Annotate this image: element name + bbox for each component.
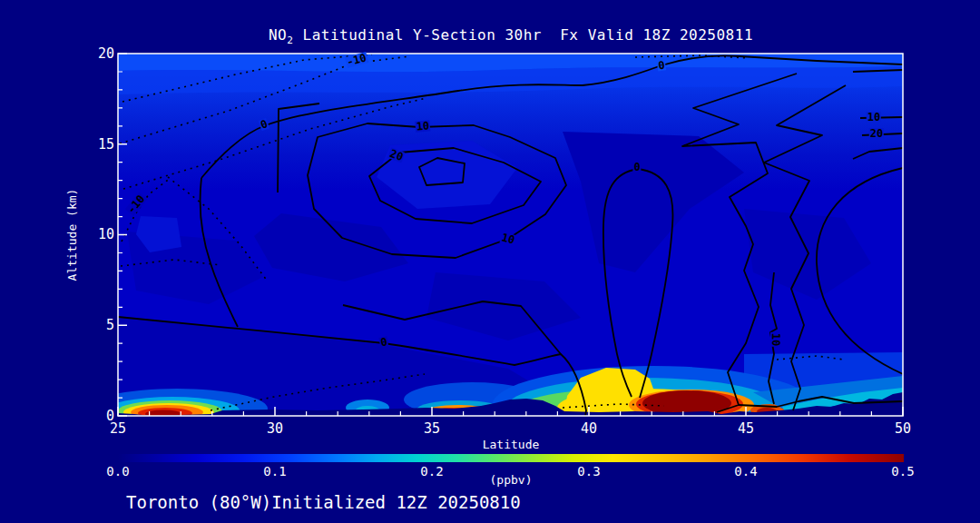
x-axis-label: Latitude bbox=[466, 438, 556, 451]
colorbar bbox=[118, 454, 904, 462]
colorbar-tick-0.2: 0.2 bbox=[412, 464, 452, 479]
x-tick-25: 25 bbox=[98, 420, 138, 437]
x-tick-50: 50 bbox=[883, 420, 923, 437]
y-tick-20: 20 bbox=[76, 45, 114, 62]
contour-label: 10 bbox=[500, 232, 517, 246]
contour-label: 10 bbox=[415, 120, 430, 132]
footer-init-label: Toronto (80°W)Initialized 12Z 20250810 bbox=[126, 492, 521, 512]
contour-label: 0 bbox=[632, 162, 641, 173]
colorbar-tick-0.5: 0.5 bbox=[883, 464, 923, 479]
y-tick-15: 15 bbox=[76, 136, 114, 153]
colorbar-units-label: (ppbv) bbox=[461, 473, 561, 487]
x-tick-40: 40 bbox=[569, 420, 609, 437]
x-tick-45: 45 bbox=[726, 420, 766, 437]
contour-label: 0 bbox=[378, 336, 388, 348]
colorbar-tick-0.1: 0.1 bbox=[255, 464, 295, 479]
title-rest: Latitudinal Y-Section 30hr Fx Valid 18Z … bbox=[293, 26, 753, 44]
color-field bbox=[86, 54, 903, 446]
contour-label: 10 bbox=[867, 112, 881, 123]
y-tick-5: 5 bbox=[76, 317, 114, 333]
x-tick-30: 30 bbox=[255, 420, 295, 437]
colorbar-tick-0.3: 0.3 bbox=[569, 464, 609, 479]
chart-canvas: -10 0 10 20 10 -10 0 0 10 20 0 10 NO2 La… bbox=[0, 0, 980, 523]
colorbar-tick-0.0: 0.0 bbox=[98, 464, 138, 479]
contour-label: 0 bbox=[657, 59, 667, 71]
contour-label: 20 bbox=[869, 128, 884, 139]
title-species: NO bbox=[269, 26, 287, 44]
colorbar-tick-0.4: 0.4 bbox=[726, 464, 766, 479]
x-tick-35: 35 bbox=[412, 420, 452, 437]
chart-title: NO2 Latitudinal Y-Section 30hr Fx Valid … bbox=[118, 26, 904, 46]
contour-label: 10 bbox=[770, 332, 781, 347]
y-tick-10: 10 bbox=[76, 226, 114, 242]
